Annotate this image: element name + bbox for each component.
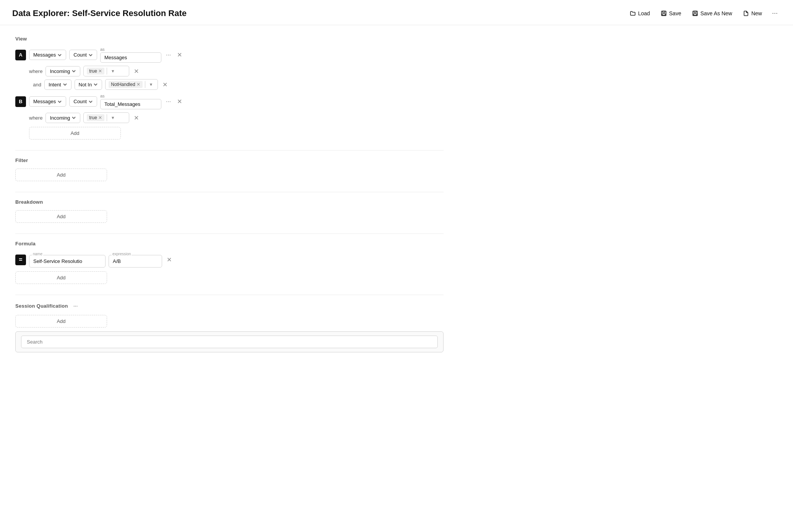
view-section: View A Messages Count as ··· ✕ where: [15, 36, 444, 139]
chevron-down-icon: [57, 99, 62, 104]
formula-name-wrapper: name: [29, 255, 106, 268]
where-label-b: where: [29, 115, 42, 121]
formula-name-input[interactable]: [29, 255, 106, 268]
formula-expression-input[interactable]: [109, 255, 162, 268]
save-as-new-button[interactable]: Save As New: [688, 8, 736, 19]
and-operator-dropdown-a[interactable]: Not In: [75, 79, 102, 90]
add-filter-button[interactable]: Add: [15, 169, 107, 181]
formula-row: = name expression ✕: [15, 252, 444, 268]
view-label: View: [15, 36, 444, 42]
expression-label: expression: [112, 252, 132, 256]
page-title: Data Explorer: Self-Service Resolution R…: [12, 8, 187, 18]
divider: [107, 68, 107, 75]
badge-a: A: [15, 50, 26, 60]
svg-rect-4: [694, 11, 696, 13]
chevron-down-icon: [93, 82, 98, 87]
close-where-a[interactable]: ✕: [132, 66, 140, 76]
and-field-dropdown-a[interactable]: Intent: [44, 79, 72, 90]
tag-chevron-a[interactable]: ▼: [109, 68, 117, 74]
where-tag-close-a[interactable]: ✕: [98, 69, 102, 73]
and-tag-a: NotHandled ✕: [109, 81, 142, 88]
search-input[interactable]: [21, 336, 438, 348]
view-row-a: A Messages Count as ··· ✕: [15, 47, 444, 63]
measure-dropdown-a[interactable]: Messages: [29, 50, 66, 60]
chevron-down-icon: [57, 53, 62, 57]
new-button[interactable]: New: [739, 8, 766, 19]
session-more-button[interactable]: ···: [71, 302, 80, 310]
as-label-b: as: [100, 94, 161, 98]
session-label: Session Qualification: [15, 303, 68, 309]
filter-label: Filter: [15, 157, 444, 163]
divider-3: [15, 234, 444, 234]
save-as-new-icon: [692, 10, 698, 16]
where-value-input-b[interactable]: true ✕ ▼: [83, 112, 129, 123]
more-options-button[interactable]: ···: [769, 7, 781, 19]
add-view-button[interactable]: Add: [29, 127, 121, 139]
svg-rect-1: [663, 11, 665, 13]
formula-section: Formula = name expression ✕ Add: [15, 241, 444, 284]
session-qualification-section: Session Qualification ··· Add: [15, 302, 444, 352]
and-label-a: and: [29, 82, 41, 88]
more-options-a[interactable]: ···: [164, 50, 172, 60]
alias-wrapper-a: as: [100, 47, 161, 63]
load-button[interactable]: Load: [626, 8, 654, 19]
where-tag-close-b[interactable]: ✕: [98, 115, 102, 120]
chevron-down-icon: [88, 53, 93, 57]
new-label: New: [751, 10, 762, 16]
filter-section: Filter Add: [15, 157, 444, 181]
where-value-input-a[interactable]: true ✕ ▼: [83, 66, 129, 76]
svg-rect-5: [694, 14, 697, 15]
chevron-down-icon: [88, 99, 93, 104]
save-icon: [661, 10, 667, 16]
where-field-dropdown-a[interactable]: Incoming: [46, 66, 80, 76]
session-header: Session Qualification ···: [15, 302, 444, 310]
formula-expression-wrapper: expression: [109, 255, 162, 268]
main-content: View A Messages Count as ··· ✕ where: [0, 25, 459, 374]
tag-chevron-b[interactable]: ▼: [109, 115, 117, 121]
close-and-a[interactable]: ✕: [161, 79, 169, 90]
new-icon: [743, 10, 749, 16]
save-label: Save: [669, 10, 681, 16]
search-row: [15, 331, 444, 352]
add-formula-button[interactable]: Add: [15, 271, 107, 284]
and-row-a: and Intent Not In NotHandled ✕ ▼ ✕: [29, 79, 444, 90]
close-row-a[interactable]: ✕: [176, 50, 184, 60]
save-button[interactable]: Save: [657, 8, 685, 19]
where-tag-b: true ✕: [87, 114, 104, 121]
more-options-b[interactable]: ···: [164, 97, 172, 107]
load-label: Load: [638, 10, 650, 16]
and-tag-close-a[interactable]: ✕: [136, 82, 140, 87]
close-formula-button[interactable]: ✕: [165, 255, 173, 265]
view-row-b: B Messages Count as ··· ✕: [15, 94, 444, 109]
as-label-a: as: [100, 47, 161, 52]
breakdown-label: Breakdown: [15, 199, 444, 205]
folder-icon: [630, 10, 636, 16]
divider-1: [15, 150, 444, 151]
and-value-input-a[interactable]: NotHandled ✕ ▼: [105, 79, 158, 90]
aggregation-dropdown-b[interactable]: Count: [69, 96, 97, 107]
chevron-down-icon: [72, 115, 76, 120]
alias-input-a[interactable]: [100, 52, 161, 63]
aggregation-dropdown-a[interactable]: Count: [69, 50, 97, 60]
close-where-b[interactable]: ✕: [132, 113, 140, 123]
chevron-down-icon: [72, 69, 76, 73]
divider: [145, 81, 145, 88]
and-chevron-a[interactable]: ▼: [148, 81, 155, 88]
header-actions: Load Save Save As New New ···: [626, 7, 781, 19]
alias-wrapper-b: as: [100, 94, 161, 109]
divider-2: [15, 192, 444, 192]
badge-equals: =: [15, 255, 26, 265]
add-session-button[interactable]: Add: [15, 315, 107, 328]
chevron-down-icon: [63, 82, 67, 87]
where-field-dropdown-b[interactable]: Incoming: [46, 113, 80, 123]
add-breakdown-button[interactable]: Add: [15, 210, 107, 223]
close-row-b[interactable]: ✕: [176, 96, 184, 107]
alias-input-b[interactable]: [100, 99, 161, 109]
where-row-b: where Incoming true ✕ ▼ ✕: [29, 112, 444, 123]
svg-rect-2: [662, 14, 665, 15]
measure-dropdown-b[interactable]: Messages: [29, 96, 66, 107]
badge-b: B: [15, 96, 26, 107]
save-as-new-label: Save As New: [700, 10, 732, 16]
divider: [107, 114, 107, 121]
divider-4: [15, 295, 444, 295]
